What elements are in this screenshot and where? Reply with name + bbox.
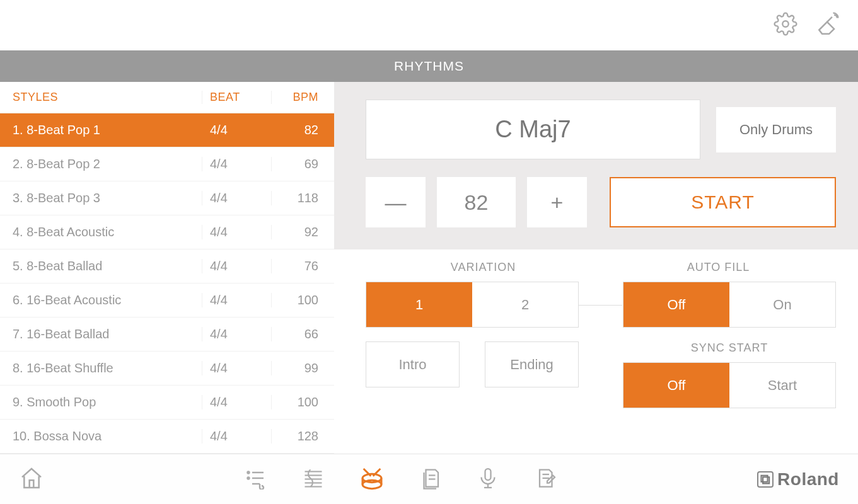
style-row[interactable]: 1. 8-Beat Pop 14/482 <box>0 113 334 147</box>
sync-start[interactable]: Start <box>729 363 835 408</box>
style-bpm: 76 <box>271 259 334 273</box>
variation-2[interactable]: 2 <box>472 282 578 327</box>
style-beat: 4/4 <box>202 225 271 239</box>
svg-point-4 <box>247 471 249 473</box>
style-beat: 4/4 <box>202 293 271 307</box>
svg-rect-17 <box>485 469 490 480</box>
styles-table: STYLES BEAT BPM 1. 8-Beat Pop 14/4822. 8… <box>0 82 334 454</box>
style-name: 3. 8-Beat Pop 3 <box>0 191 202 205</box>
edit-page-icon[interactable] <box>534 467 557 492</box>
style-name: 10. Bossa Nova <box>0 429 202 444</box>
style-beat: 4/4 <box>202 259 271 273</box>
style-name: 9. Smooth Pop <box>0 395 202 410</box>
sync-label: SYNC START <box>623 341 836 355</box>
score-icon[interactable] <box>302 467 325 492</box>
sync-toggle: Off Start <box>623 362 836 408</box>
style-beat: 4/4 <box>202 429 271 444</box>
chord-display[interactable]: C Maj7 <box>366 100 700 159</box>
tempo-plus-button[interactable]: + <box>527 177 587 227</box>
gear-icon[interactable] <box>774 12 797 38</box>
style-beat: 4/4 <box>202 395 271 410</box>
eraser-icon[interactable] <box>815 12 839 38</box>
variation-label: VARIATION <box>366 261 601 274</box>
style-beat: 4/4 <box>202 157 271 171</box>
style-beat: 4/4 <box>202 191 271 205</box>
only-drums-button[interactable]: Only Drums <box>716 107 836 152</box>
tempo-minus-button[interactable]: — <box>366 177 426 227</box>
style-row[interactable]: 4. 8-Beat Acoustic4/492 <box>0 215 334 249</box>
autofill-off[interactable]: Off <box>623 282 729 327</box>
style-bpm: 128 <box>271 429 334 444</box>
style-row[interactable]: 3. 8-Beat Pop 34/4118 <box>0 181 334 215</box>
style-name: 6. 16-Beat Acoustic <box>0 293 202 307</box>
style-row[interactable]: 7. 16-Beat Ballad4/466 <box>0 318 334 352</box>
start-button[interactable]: START <box>610 177 836 227</box>
col-header-style: STYLES <box>0 91 202 104</box>
variation-toggle: 1 2 <box>366 282 579 328</box>
sync-off[interactable]: Off <box>623 363 729 408</box>
home-icon[interactable] <box>19 466 44 493</box>
style-name: 8. 16-Beat Shuffle <box>0 361 202 375</box>
autofill-label: AUTO FILL <box>601 261 836 274</box>
mic-icon[interactable] <box>477 467 499 492</box>
brand-logo: ⧉Roland <box>757 469 839 490</box>
autofill-on[interactable]: On <box>729 282 835 327</box>
style-name: 2. 8-Beat Pop 2 <box>0 157 202 171</box>
style-row[interactable]: 8. 16-Beat Shuffle4/499 <box>0 352 334 386</box>
style-bpm: 66 <box>271 327 334 341</box>
intro-button[interactable]: Intro <box>366 341 460 387</box>
style-name: 1. 8-Beat Pop 1 <box>0 123 202 137</box>
style-bpm: 118 <box>271 191 334 205</box>
style-bpm: 100 <box>271 293 334 307</box>
page-icon[interactable] <box>419 467 442 492</box>
style-row[interactable]: 5. 8-Beat Ballad4/476 <box>0 249 334 284</box>
ending-button[interactable]: Ending <box>485 341 579 387</box>
style-beat: 4/4 <box>202 123 271 137</box>
tempo-value: 82 <box>437 177 516 227</box>
style-name: 7. 16-Beat Ballad <box>0 327 202 341</box>
style-bpm: 69 <box>271 157 334 171</box>
style-bpm: 82 <box>271 123 334 137</box>
col-header-beat: BEAT <box>202 91 271 104</box>
style-bpm: 100 <box>271 395 334 410</box>
style-row[interactable]: 10. Bossa Nova4/4128 <box>0 420 334 454</box>
style-row[interactable]: 2. 8-Beat Pop 24/469 <box>0 147 334 181</box>
style-bpm: 92 <box>271 225 334 239</box>
svg-point-0 <box>782 21 789 27</box>
style-name: 4. 8-Beat Acoustic <box>0 225 202 239</box>
style-row[interactable]: 6. 16-Beat Acoustic4/4100 <box>0 284 334 318</box>
style-bpm: 99 <box>271 361 334 375</box>
style-beat: 4/4 <box>202 327 271 341</box>
svg-point-5 <box>247 477 249 479</box>
variation-1[interactable]: 1 <box>366 282 472 327</box>
list-icon[interactable] <box>245 467 267 492</box>
autofill-toggle: Off On <box>623 282 836 328</box>
style-row[interactable]: 9. Smooth Pop4/4100 <box>0 386 334 420</box>
style-name: 5. 8-Beat Ballad <box>0 259 202 273</box>
drum-icon[interactable] <box>359 466 385 493</box>
col-header-bpm: BPM <box>271 91 334 104</box>
page-title: RHYTHMS <box>0 50 858 82</box>
style-beat: 4/4 <box>202 361 271 375</box>
